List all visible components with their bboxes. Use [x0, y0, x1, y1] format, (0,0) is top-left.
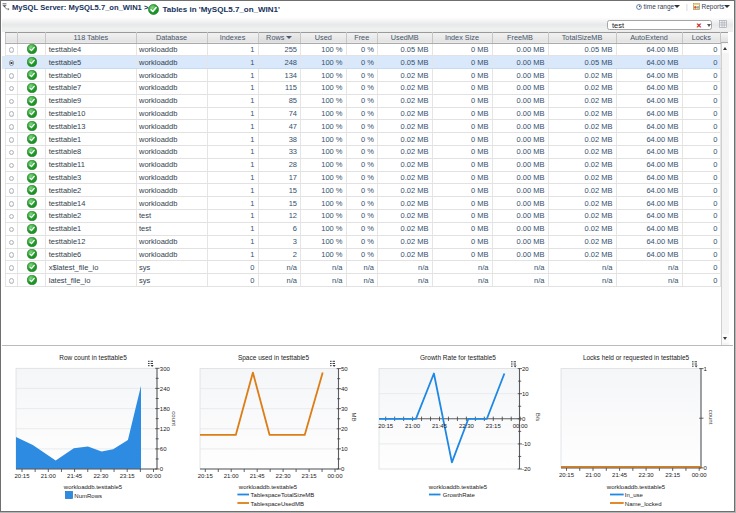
- svg-text:0: 0: [522, 416, 526, 422]
- svg-text:count: count: [171, 411, 177, 426]
- svg-text:23:15: 23:15: [665, 472, 681, 478]
- svg-text:20:15: 20:15: [378, 423, 394, 429]
- svg-text:22:30: 22:30: [93, 473, 109, 479]
- svg-text:TablespaceTotalSizeMB: TablespaceTotalSizeMB: [251, 492, 315, 498]
- svg-text:workloaddb.testtable5: workloaddb.testtable5: [63, 484, 123, 490]
- svg-text:21:45: 21:45: [432, 423, 448, 429]
- svg-text:20: 20: [522, 366, 529, 372]
- svg-text:GrowthRate: GrowthRate: [443, 492, 476, 498]
- svg-text:22:30: 22:30: [639, 472, 655, 478]
- svg-text:21:45: 21:45: [67, 473, 83, 479]
- svg-text:Space used in testtable5: Space used in testtable5: [238, 354, 310, 362]
- svg-text:23:15: 23:15: [486, 423, 502, 429]
- svg-text:180: 180: [160, 406, 171, 412]
- svg-text:Locks held or requested in tes: Locks held or requested in testtable5: [583, 354, 690, 362]
- svg-text:23:15: 23:15: [302, 473, 318, 479]
- svg-text:20:15: 20:15: [14, 473, 30, 479]
- svg-text:22:30: 22:30: [276, 473, 292, 479]
- svg-text:B/s: B/s: [535, 413, 541, 422]
- svg-text:21:00: 21:00: [405, 423, 421, 429]
- svg-text:60: 60: [160, 446, 167, 452]
- svg-text:workloaddb.testtable5: workloaddb.testtable5: [606, 484, 666, 490]
- svg-text:23:15: 23:15: [120, 473, 136, 479]
- svg-text:0: 0: [160, 466, 164, 472]
- svg-text:20:15: 20:15: [198, 473, 214, 479]
- svg-text:workloaddb.testtable5: workloaddb.testtable5: [428, 484, 488, 490]
- svg-text:Row count in testtable5: Row count in testtable5: [59, 354, 127, 361]
- svg-text:21:00: 21:00: [41, 473, 57, 479]
- svg-text:1: 1: [704, 366, 708, 372]
- svg-text:count: count: [708, 410, 714, 425]
- svg-text:21:45: 21:45: [612, 472, 628, 478]
- svg-text:40: 40: [341, 386, 348, 392]
- svg-text:0: 0: [341, 466, 345, 472]
- svg-text:120: 120: [160, 426, 171, 432]
- svg-text:240: 240: [160, 386, 171, 392]
- svg-text:00:00: 00:00: [146, 473, 162, 479]
- svg-text:NumRows: NumRows: [74, 493, 102, 499]
- svg-text:-10: -10: [522, 441, 531, 447]
- svg-text:TablespaceUsedMB: TablespaceUsedMB: [251, 501, 304, 507]
- svg-text:00:00: 00:00: [513, 423, 529, 429]
- svg-text:10: 10: [341, 446, 348, 452]
- svg-text:Name_locked: Name_locked: [625, 501, 662, 507]
- svg-text:21:00: 21:00: [585, 472, 601, 478]
- svg-text:22:30: 22:30: [459, 423, 475, 429]
- svg-text:30: 30: [341, 406, 348, 412]
- svg-text:50: 50: [341, 366, 348, 372]
- svg-text:00:00: 00:00: [692, 472, 708, 478]
- svg-text:300: 300: [160, 366, 171, 372]
- svg-text:21:45: 21:45: [250, 473, 266, 479]
- svg-text:workloaddb.testtable5: workloaddb.testtable5: [238, 484, 298, 490]
- svg-text:10: 10: [522, 391, 529, 397]
- svg-text:-20: -20: [522, 466, 531, 472]
- svg-text:Growth Rate for testtable5: Growth Rate for testtable5: [420, 354, 496, 361]
- svg-text:20: 20: [341, 426, 348, 432]
- svg-text:20:15: 20:15: [559, 472, 575, 478]
- svg-text:00:00: 00:00: [327, 473, 343, 479]
- svg-text:MB: MB: [351, 413, 357, 422]
- svg-text:21:00: 21:00: [224, 473, 240, 479]
- svg-text:0: 0: [704, 465, 708, 471]
- svg-text:In_use: In_use: [625, 492, 644, 498]
